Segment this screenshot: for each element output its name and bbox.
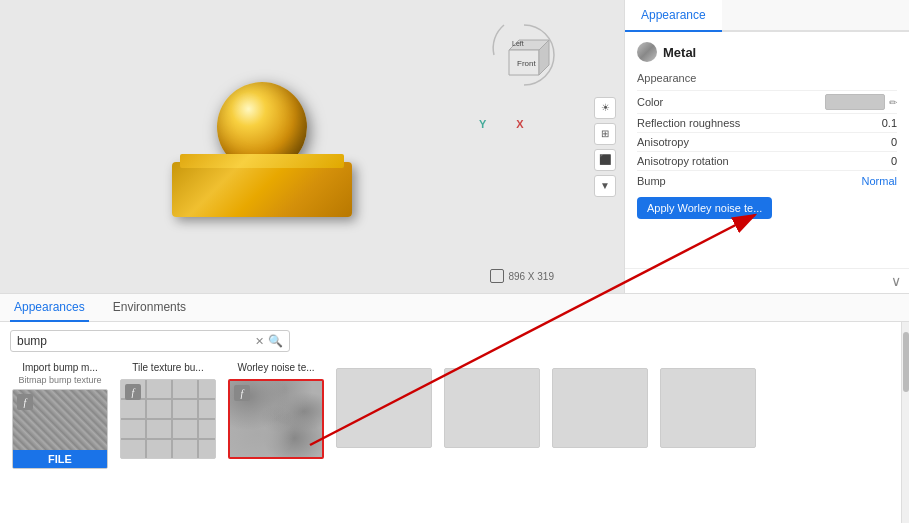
thumb-blank-img-4: [660, 368, 756, 448]
f-icon-tile: f: [125, 384, 141, 400]
collapse-icon[interactable]: ∨: [891, 273, 901, 289]
scroll-thumb[interactable]: [903, 332, 909, 392]
color-edit-icon[interactable]: ✏: [889, 97, 897, 108]
right-panel: Appearance Metal Appearance Color ✏ Refl…: [624, 0, 909, 293]
top-area: Front Left Y X ☀ ⊞ ⬛ ▼ 896 X 319 Appeara…: [0, 0, 909, 293]
panel-collapse-area: ∨: [625, 268, 909, 293]
thumb-worley-img: f: [228, 379, 324, 459]
thumb-tile-texture[interactable]: Tile texture bu... f: [118, 362, 218, 469]
bump-label: Bump: [637, 175, 666, 187]
thumb-blank-4: [658, 362, 758, 469]
apply-worley-button[interactable]: Apply Worley noise te...: [637, 197, 772, 219]
anisotropy-label: Anisotropy: [637, 136, 891, 148]
dimension-label: 896 X 319: [490, 269, 554, 283]
dimension-icon: [490, 269, 504, 283]
thumb-blank-img-3: [552, 368, 648, 448]
viewport-toolbar: ☀ ⊞ ⬛ ▼: [594, 97, 616, 197]
anisotropy-rotation-label: Anisotropy rotation: [637, 155, 891, 167]
anisotropy-rotation-value: 0: [891, 155, 897, 167]
panel-tabs: Appearance: [625, 0, 909, 32]
metal-object: [152, 82, 372, 242]
clear-icon[interactable]: ✕: [255, 335, 264, 348]
gold-base: [172, 162, 352, 217]
y-axis-label: Y: [479, 118, 486, 130]
appearance-section-title: Appearance: [637, 72, 897, 84]
thumb-tile-label: Tile texture bu...: [132, 362, 203, 373]
gizmo-container: Front Left Y X: [474, 15, 574, 135]
color-label: Color: [637, 96, 825, 108]
reflection-roughness-label: Reflection roughness: [637, 117, 882, 129]
material-sphere-icon: [637, 42, 657, 62]
svg-text:Front: Front: [517, 59, 536, 68]
thumb-import-sublabel: Bitmap bump texture: [10, 375, 110, 385]
thumb-blank-2: [442, 362, 542, 469]
dimension-value: 896 X 319: [508, 271, 554, 282]
anisotropy-row: Anisotropy 0: [637, 132, 897, 151]
thumb-tile-img: f: [120, 379, 216, 459]
color-swatch[interactable]: [825, 94, 885, 110]
bottom-inner: ✕ 🔍 Import bump m... Bitmap bump texture…: [0, 322, 901, 523]
bottom-main: ✕ 🔍 Import bump m... Bitmap bump texture…: [0, 322, 909, 523]
viewport-icon-1[interactable]: ☀: [594, 97, 616, 119]
viewport-icon-2[interactable]: ⊞: [594, 123, 616, 145]
search-input[interactable]: [17, 334, 255, 348]
bump-row: Bump Normal: [637, 170, 897, 191]
thumb-import-bump[interactable]: Import bump m... Bitmap bump texture f F…: [10, 362, 110, 469]
thumb-blank-img-2: [444, 368, 540, 448]
thumb-worley-noise[interactable]: Worley noise te... f: [226, 362, 326, 469]
panel-content: Metal Appearance Color ✏ Reflection roug…: [625, 32, 909, 268]
thumb-blank-3: [550, 362, 650, 469]
reflection-roughness-value: 0.1: [882, 117, 897, 129]
reflection-roughness-row: Reflection roughness 0.1: [637, 113, 897, 132]
viewport-icon-3[interactable]: ⬛: [594, 149, 616, 171]
tab-environments[interactable]: Environments: [109, 294, 190, 322]
search-icon[interactable]: 🔍: [268, 334, 283, 348]
bottom-tabs: Appearances Environments: [0, 294, 909, 322]
thumb-blank-1: [334, 362, 434, 469]
thumb-blank-img-1: [336, 368, 432, 448]
x-axis-label: X: [516, 118, 523, 130]
bottom-scrollbar[interactable]: [901, 322, 909, 523]
anisotropy-rotation-row: Anisotropy rotation 0: [637, 151, 897, 170]
tab-appearance[interactable]: Appearance: [625, 0, 722, 32]
bottom-area: Appearances Environments ✕ 🔍 Import bump…: [0, 293, 909, 523]
tab-appearances[interactable]: Appearances: [10, 294, 89, 322]
gizmo-svg: Front Left: [474, 15, 574, 135]
file-badge: FILE: [13, 450, 107, 468]
thumb-import-img: f FILE: [12, 389, 108, 469]
material-name: Metal: [663, 45, 696, 60]
search-bar: ✕ 🔍: [10, 330, 290, 352]
f-icon-worley: f: [234, 385, 250, 401]
thumb-worley-label: Worley noise te...: [237, 362, 314, 373]
viewport[interactable]: Front Left Y X ☀ ⊞ ⬛ ▼ 896 X 319: [0, 0, 624, 293]
viewport-icon-4[interactable]: ▼: [594, 175, 616, 197]
f-icon-import: f: [17, 394, 33, 410]
color-row: Color ✏: [637, 90, 897, 113]
bottom-content: ✕ 🔍 Import bump m... Bitmap bump texture…: [0, 322, 901, 523]
thumb-import-label: Import bump m...: [22, 362, 98, 373]
thumbnails-row: Import bump m... Bitmap bump texture f F…: [10, 362, 891, 469]
svg-text:Left: Left: [512, 40, 524, 47]
anisotropy-value: 0: [891, 136, 897, 148]
bump-normal-link[interactable]: Normal: [862, 175, 897, 187]
material-header: Metal: [637, 42, 897, 62]
